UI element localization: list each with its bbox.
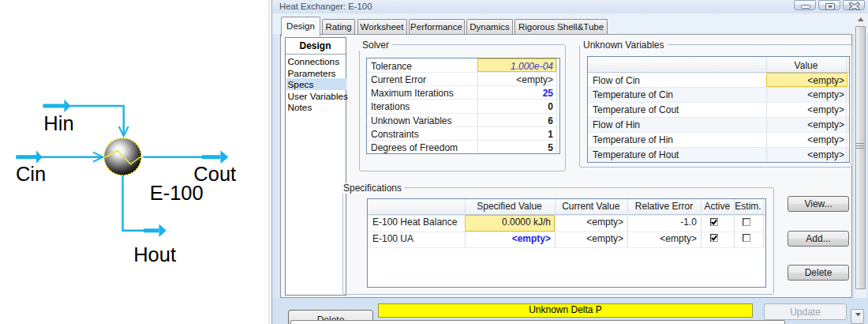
svg-text:Cin: Cin [16,163,46,185]
svg-text:E-100: E-100 [150,182,204,204]
svg-text:Hout: Hout [133,243,176,266]
svg-text:Hin: Hin [43,112,73,134]
